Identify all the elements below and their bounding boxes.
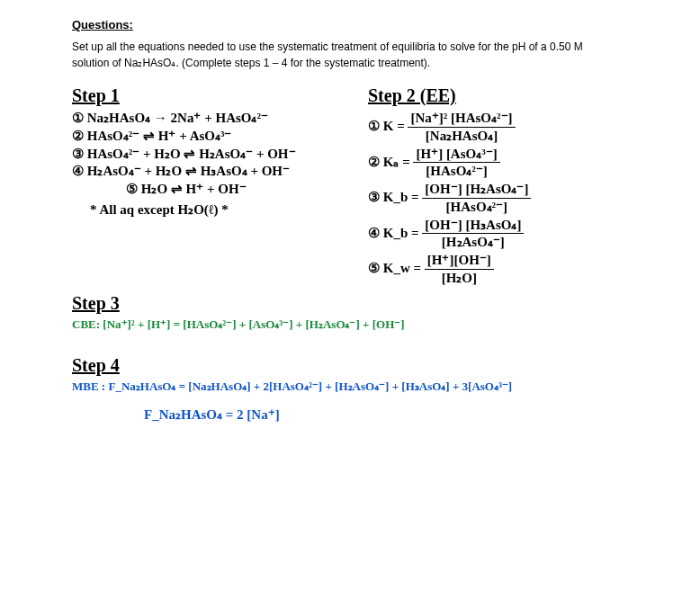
step3-heading: Step 3	[72, 293, 664, 314]
k-expr-3: ③ K_b = [OH⁻] [H₂AsO₄⁻] [HAsO₄²⁻]	[368, 181, 664, 216]
k1-lhs: ① K =	[368, 119, 405, 133]
reaction-4: ④ H₂AsO₄⁻ + H₂O ⇌ H₃AsO₄ + OH⁻	[72, 163, 368, 180]
step2-heading: Step 2 (EE)	[368, 85, 664, 106]
k-expr-4: ④ K_b = [OH⁻] [H₃AsO₄] [H₂AsO₄⁻]	[368, 217, 664, 252]
k4-denom: [H₂AsO₄⁻]	[422, 234, 524, 251]
k2-lhs: ② Kₐ =	[368, 154, 410, 168]
phase-note: * All aq except H₂O(ℓ) *	[72, 201, 368, 219]
k5-lhs: ⑤ K_w =	[368, 261, 421, 275]
question-prompt: Set up all the equations needed to use t…	[72, 39, 612, 71]
k-expr-5: ⑤ K_w = [H⁺][OH⁻] [H₂O]	[368, 252, 664, 287]
reaction-2: ② HAsO₄²⁻ ⇌ H⁺ + AsO₄³⁻	[72, 128, 368, 145]
k4-numer: [OH⁻] [H₃AsO₄]	[422, 217, 524, 235]
k1-numer: [Na⁺]² [HAsO₄²⁻]	[408, 110, 515, 128]
questions-title: Questions:	[72, 18, 664, 31]
reaction-5: ⑤ H₂O ⇌ H⁺ + OH⁻	[72, 181, 368, 198]
k-expr-1: ① K = [Na⁺]² [HAsO₄²⁻] [Na₂HAsO₄]	[368, 110, 664, 145]
charge-balance: CBE: [Na⁺]² + [H⁺] = [HAsO₄²⁻] + [AsO₄³⁻…	[72, 317, 664, 332]
k2-numer: [H⁺] [AsO₄³⁻]	[413, 146, 499, 164]
k3-numer: [OH⁻] [H₂AsO₄⁻]	[422, 181, 531, 199]
k3-denom: [HAsO₄²⁻]	[422, 199, 531, 216]
k2-denom: [HAsO₄²⁻]	[413, 163, 499, 180]
k-expr-2: ② Kₐ = [H⁺] [AsO₄³⁻] [HAsO₄²⁻]	[368, 146, 664, 181]
mass-balance-1: MBE : F_Na₂HAsO₄ = [Na₂HAsO₄] + 2[HAsO₄²…	[72, 379, 664, 394]
mass-balance-2: F_Na₂HAsO₄ = 2 [Na⁺]	[72, 406, 664, 424]
reaction-1: ① Na₂HAsO₄ → 2Na⁺ + HAsO₄²⁻	[72, 110, 368, 127]
reaction-3: ③ HAsO₄²⁻ + H₂O ⇌ H₂AsO₄⁻ + OH⁻	[72, 146, 368, 163]
k5-numer: [H⁺][OH⁻]	[425, 252, 494, 270]
k4-lhs: ④ K_b =	[368, 225, 419, 239]
step4-heading: Step 4	[72, 355, 664, 376]
k1-denom: [Na₂HAsO₄]	[408, 128, 515, 145]
k3-lhs: ③ K_b =	[368, 190, 419, 204]
step1-heading: Step 1	[72, 85, 368, 106]
k5-denom: [H₂O]	[425, 270, 494, 287]
